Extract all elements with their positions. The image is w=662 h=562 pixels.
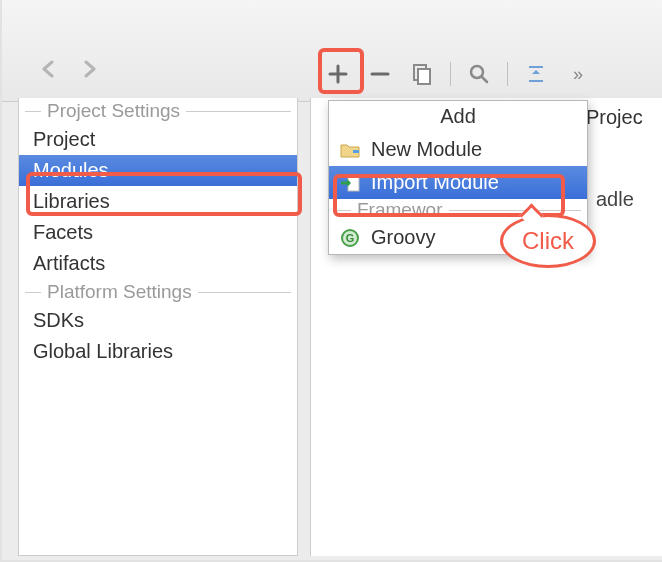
search-button[interactable] — [465, 60, 493, 88]
module-toolbar: » — [314, 52, 654, 96]
menu-item-label: Groovy — [371, 226, 435, 249]
sidebar-item-facets[interactable]: Facets — [19, 217, 297, 248]
folder-new-icon — [339, 140, 361, 160]
svg-rect-3 — [353, 150, 359, 153]
sidebar-item-project[interactable]: Project — [19, 124, 297, 155]
svg-rect-1 — [418, 69, 430, 84]
expand-button[interactable] — [522, 60, 550, 88]
click-label: Click — [522, 227, 574, 255]
nav-arrows — [36, 56, 102, 82]
toolbar-separator — [450, 62, 451, 86]
groovy-icon: G — [339, 228, 361, 248]
forward-button[interactable] — [76, 56, 102, 82]
sidebar-item-sdks[interactable]: SDKs — [19, 305, 297, 336]
section-platform-settings: Platform Settings — [19, 279, 297, 305]
menu-item-label: Import Module — [371, 171, 499, 194]
menu-item-import-module[interactable]: Import Module — [329, 166, 587, 199]
more-button[interactable]: » — [564, 60, 592, 88]
menu-item-label: New Module — [371, 138, 482, 161]
import-icon — [339, 173, 361, 193]
copy-button[interactable] — [408, 60, 436, 88]
sidebar-item-modules[interactable]: Modules — [19, 155, 297, 186]
toolbar-separator — [507, 62, 508, 86]
menu-item-new-module[interactable]: New Module — [329, 133, 587, 166]
background-text: adle — [596, 188, 634, 211]
sidebar-item-global-libraries[interactable]: Global Libraries — [19, 336, 297, 367]
window: » Project Settings Project Modules Libra… — [0, 0, 662, 562]
add-button[interactable] — [324, 60, 352, 88]
click-annotation: Click — [500, 214, 596, 268]
section-project-settings: Project Settings — [19, 98, 297, 124]
back-button[interactable] — [36, 56, 62, 82]
sidebar-item-artifacts[interactable]: Artifacts — [19, 248, 297, 279]
settings-sidebar: Project Settings Project Modules Librari… — [18, 98, 298, 556]
right-column-header: Projec — [586, 106, 643, 129]
remove-button[interactable] — [366, 60, 394, 88]
sidebar-item-libraries[interactable]: Libraries — [19, 186, 297, 217]
dropdown-title: Add — [329, 101, 587, 133]
svg-text:G: G — [346, 232, 355, 244]
